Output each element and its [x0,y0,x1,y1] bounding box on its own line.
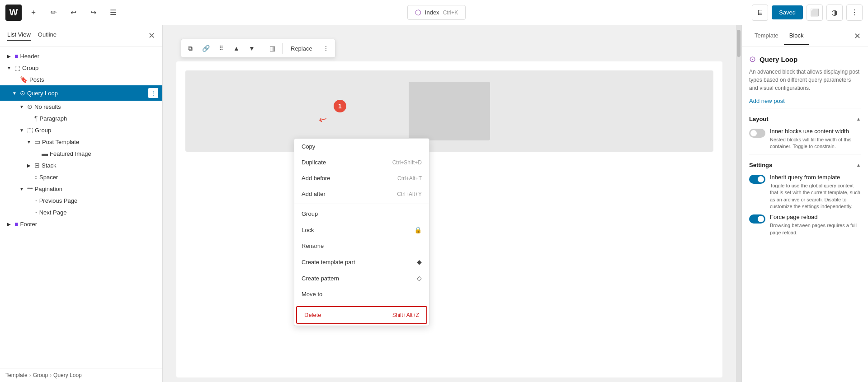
tree-item-post-template[interactable]: ▼ ▭ Post Template [0,136,162,148]
drag-handle[interactable]: ⠿ [214,41,228,56]
tree-item-query-loop[interactable]: ▼ ⊙ Query Loop ⋮ [0,85,162,101]
inherit-query-info: Inherit query from template Toggle to us… [770,174,861,210]
settings-section-title: Settings [749,162,772,168]
label-prev-page: Previous Page [39,197,159,204]
menu-create-template[interactable]: Create template part ◆ [294,254,429,270]
chevron-header: ▶ [5,52,13,60]
tab-list-view[interactable]: List View [7,31,31,41]
contrast-btn[interactable]: ◑ [826,5,843,21]
saved-button[interactable]: Saved [772,5,803,19]
chevron-spacer [25,173,33,181]
label-header: Header [20,53,159,60]
menu-copy[interactable]: Copy [294,139,429,154]
tree-item-spacer[interactable]: ↕ Spacer [0,171,162,183]
menu-group[interactable]: Group [294,206,429,222]
menu-add-before[interactable]: Add before Ctrl+Alt+T [294,170,429,186]
block-description: An advanced block that allows displaying… [749,68,861,92]
toolbar-divider [262,43,262,54]
desktop-view-btn[interactable]: 🖥 [752,5,768,21]
menu-delete[interactable]: Delete Shift+Alt+Z [296,306,427,324]
icon-next-page: ·· [34,209,38,215]
tab-block[interactable]: Block [784,27,809,45]
inherit-query-toggle[interactable] [749,175,765,184]
move-down-btn[interactable]: ▼ [245,41,259,56]
layout-toggle-row: Inner blocks use content width Nested bl… [749,128,861,150]
chevron-posts [11,76,18,83]
tree-item-group[interactable]: ▼ ⬚ Group [0,62,162,74]
canvas-placeholder [185,70,713,152]
duplicate-canvas-btn[interactable]: ⧉ [183,41,198,56]
menu-duplicate[interactable]: Duplicate Ctrl+Shift+D [294,154,429,170]
tree-item-next-page[interactable]: ·· Next Page [0,206,162,218]
layout-section-header[interactable]: Layout ▲ [749,116,861,122]
inner-blocks-toggle[interactable] [749,129,765,138]
settings-section-header[interactable]: Settings ▲ [749,162,861,168]
add-new-post-link[interactable]: Add new post [749,98,785,104]
icon-featured-image: ▬ [42,150,48,157]
add-button[interactable]: ＋ [25,5,42,21]
menu-lock[interactable]: Lock 🔒 [294,222,429,238]
query-loop-options-btn[interactable]: ⋮ [148,88,159,98]
menu-add-after-shortcut: Ctrl+Alt+Y [397,191,422,197]
chevron-group2: ▼ [18,126,25,134]
close-right-panel-btn[interactable]: ✕ [854,31,861,41]
tree-item-stack[interactable]: ▶ ⊟ Stack [0,159,162,171]
breadcrumb-group[interactable]: Group [33,372,48,378]
chevron-group: ▼ [5,64,13,71]
chevron-stack: ▶ [25,162,33,169]
more-canvas-btn[interactable]: ⋮ [319,41,333,56]
context-menu-scroll: Copy Duplicate Ctrl+Shift+D Add before C… [294,139,429,326]
tree-item-group2[interactable]: ▼ ⬚ Group [0,124,162,136]
breadcrumb-template[interactable]: Template [5,372,28,378]
tree-item-prev-page[interactable]: ·· Previous Page [0,195,162,206]
replace-btn[interactable]: Replace [285,43,318,54]
tree-item-footer[interactable]: ▶ ■ Footer [0,218,162,230]
redo-button[interactable]: ↪ [85,5,101,21]
tree-item-no-results[interactable]: ▼ ⊙ No results [0,101,162,112]
label-featured-image: Featured Image [50,150,159,157]
menu-delete-label: Delete [304,312,321,318]
divider2 [749,154,861,154]
canvas-area: ⧉ 🔗 ⠿ ▲ ▼ ▥ Replace ⋮ 1 ↙ Copy [163,25,736,382]
menu-move-to[interactable]: Move to [294,286,429,302]
label-footer: Footer [20,221,159,228]
menu-rename[interactable]: Rename [294,238,429,254]
menu-divider2 [294,304,429,304]
canvas-scrollbar[interactable] [736,25,741,382]
link-canvas-btn[interactable]: 🔗 [198,41,213,56]
align-btn[interactable]: ▥ [265,41,279,56]
menu-add-after[interactable]: Add after Ctrl+Alt+Y [294,186,429,202]
right-panel-content: ⊙ Query Loop An advanced block that allo… [742,47,868,382]
list-view-toggle[interactable]: ☰ [105,5,121,21]
tree-item-featured-image[interactable]: ▬ Featured Image [0,148,162,159]
tab-outline[interactable]: Outline [38,31,57,41]
tree-item-posts[interactable]: 🔖 Posts [0,74,162,85]
edit-button[interactable]: ✏ [45,5,61,21]
menu-create-pattern[interactable]: Create pattern ◇ [294,270,429,286]
label-next-page: Next Page [39,209,159,216]
inherit-query-desc: Toggle to use the global query context t… [770,182,861,210]
wp-logo: W [5,5,22,21]
more-options-btn[interactable]: ⋮ [846,5,863,21]
top-bar-right: 🖥 Saved ⬜ ◑ ⋮ [752,5,863,21]
menu-move-to-label: Move to [302,291,322,298]
menu-copy-label: Copy [302,143,315,150]
index-button[interactable]: ⬡ Index Ctrl+K [407,5,466,20]
force-reload-toggle[interactable] [749,214,765,224]
undo-button[interactable]: ↩ [65,5,81,21]
icon-prev-page: ·· [34,197,38,204]
menu-duplicate-shortcut: Ctrl+Shift+D [392,159,422,166]
canvas-placeholder-inner [409,82,490,140]
layout-btn[interactable]: ⬜ [807,5,823,21]
right-panel-header: Template Block ✕ [742,25,868,47]
toolbar-divider2 [282,43,283,54]
close-sidebar-btn[interactable]: ✕ [148,31,155,41]
template-icon: ◆ [417,258,422,266]
tree-item-paragraph[interactable]: ¶ Paragraph [0,112,162,124]
tab-template[interactable]: Template [749,27,784,45]
tree-item-pagination[interactable]: ▼ ••• Pagination [0,183,162,195]
canvas-content [176,61,722,377]
tree-item-header[interactable]: ▶ ■ Header [0,50,162,62]
menu-delete-shortcut: Shift+Alt+Z [392,312,419,318]
move-up-btn[interactable]: ▲ [229,41,244,56]
